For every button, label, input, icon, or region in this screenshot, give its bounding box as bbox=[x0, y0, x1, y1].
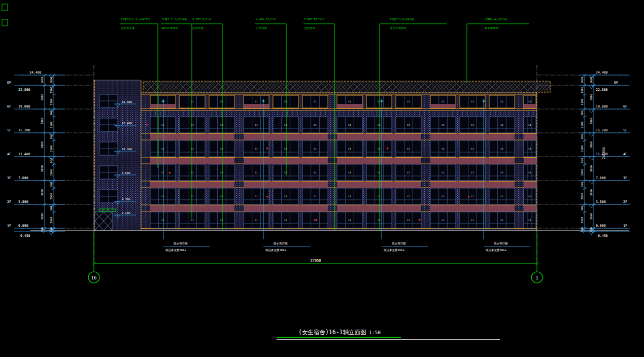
window-tag: C1 bbox=[191, 195, 194, 198]
window-tag: C1 bbox=[471, 148, 474, 150]
dimension-value: 900 bbox=[50, 111, 53, 116]
callout-line2: 做法参见苏J01a bbox=[383, 248, 404, 252]
parapet-band bbox=[143, 81, 551, 92]
window-tag: C1 bbox=[220, 195, 223, 198]
level-label: 5F bbox=[623, 128, 627, 132]
dimension-value: 1600 bbox=[590, 77, 593, 83]
window-tag: C1 bbox=[284, 100, 287, 103]
axis-bubble-16-label: 16 bbox=[91, 275, 97, 280]
window-tag: C1 bbox=[284, 148, 287, 150]
dimension-value: 3800 bbox=[590, 141, 593, 148]
dimension-value: 3800 bbox=[41, 141, 44, 148]
dimension-value: 2300 bbox=[50, 98, 53, 105]
window-tag: C1 bbox=[348, 124, 351, 126]
dimension-value: 450 bbox=[581, 227, 584, 232]
level-label: 3F bbox=[623, 176, 627, 180]
level-value: 3.800 bbox=[18, 200, 28, 204]
level-value: 7.600 bbox=[18, 176, 28, 180]
spandrel-panel bbox=[244, 104, 269, 108]
spandrel-panel bbox=[337, 182, 421, 188]
window-tag: C1 bbox=[471, 195, 474, 198]
spandrel-panel bbox=[337, 134, 421, 140]
level-value: 15.200 bbox=[18, 128, 30, 132]
window-tag: C1 bbox=[500, 195, 503, 198]
window-tag: C1 bbox=[255, 171, 258, 174]
dimension-value: 450 bbox=[41, 227, 44, 232]
level-value: 22.800 bbox=[596, 88, 608, 92]
spandrel-panel bbox=[430, 158, 515, 164]
level-label: 3F bbox=[7, 176, 11, 180]
window-tag: C1 bbox=[378, 100, 381, 103]
level-value: -0.450 bbox=[18, 234, 30, 238]
overall-width-dimension: 37950 bbox=[92, 231, 539, 272]
material-annotation-line1: 3厚B6-4/(85/4) bbox=[485, 18, 507, 21]
window-tag: C1 bbox=[442, 124, 445, 126]
window-tag: C1 bbox=[348, 171, 351, 174]
spandrel-panel bbox=[524, 104, 536, 108]
overall-width-value: 37950 bbox=[310, 259, 321, 263]
dimension-value: 1600 bbox=[41, 77, 44, 83]
material-annotation-line2: 深色外墙面砖 bbox=[390, 26, 407, 30]
spandrel-panel bbox=[150, 182, 234, 188]
tower-level-value: 8.500 bbox=[122, 171, 130, 174]
material-annotation-line1: 10厚1:2.5(02J44) bbox=[161, 18, 188, 21]
window-tag: C1 bbox=[378, 148, 381, 150]
spandrel-panel bbox=[244, 205, 328, 211]
viewport-corner-marks bbox=[2, 4, 8, 26]
window-tag: C1 bbox=[314, 171, 317, 174]
drawing-scale: 1:50 bbox=[369, 330, 381, 335]
material-annotation-line1: 25厚85/1:2-(04J12) bbox=[121, 18, 150, 21]
window-tag: C1 bbox=[407, 124, 410, 126]
level-label: 4F bbox=[7, 152, 11, 156]
window-tag: C1 bbox=[442, 148, 445, 150]
window-tag: C1 bbox=[528, 148, 531, 150]
tower-level-value: 19.800 bbox=[122, 100, 132, 103]
callout-line1: 雨水管详图 bbox=[392, 242, 406, 245]
dimension-value: 1600 bbox=[581, 77, 584, 83]
window-tag: C1 bbox=[528, 124, 531, 126]
window-tag: C1 bbox=[284, 124, 287, 126]
window-tag: C1 bbox=[255, 100, 258, 103]
window-tag: C1 bbox=[191, 148, 194, 150]
dimension-value: 2900 bbox=[50, 193, 53, 199]
window-tag: C1 bbox=[348, 148, 351, 150]
window-tag: C1 bbox=[220, 171, 223, 174]
dimension-value: 2900 bbox=[581, 145, 584, 152]
dimension-value: 900 bbox=[581, 111, 584, 116]
spandrel-panel bbox=[150, 205, 234, 211]
dimension-value: 2300 bbox=[581, 98, 584, 105]
window-tag: C1 bbox=[314, 195, 317, 198]
window-tag: C1 bbox=[500, 124, 503, 126]
dimension-value: 2900 bbox=[581, 217, 584, 223]
spandrel-panel bbox=[524, 205, 537, 211]
dimension-value: 3800 bbox=[590, 94, 593, 100]
window-tag: C1 bbox=[255, 148, 258, 150]
window-tag: C1 bbox=[284, 219, 287, 222]
spandrel-panel bbox=[430, 104, 456, 108]
title-underline-white bbox=[277, 339, 500, 340]
cad-viewport: C1C1C1C1C1C1C1C1C1C1C1C1C1C1C1C1C1C1C1C1… bbox=[0, 0, 644, 357]
window-tag: C1 bbox=[314, 124, 317, 126]
spandrel-panel bbox=[244, 158, 328, 164]
window-tag: C1 bbox=[161, 124, 164, 126]
dimension-value: 1500 bbox=[581, 87, 584, 93]
dimension-value: 450 bbox=[590, 227, 593, 232]
dimension-value: 2900 bbox=[50, 145, 53, 152]
window-tag: C1 bbox=[161, 195, 164, 198]
overall-height-value: 24.850 bbox=[602, 147, 606, 159]
window-tag: C1 bbox=[471, 219, 474, 222]
dimension-value: 2900 bbox=[50, 169, 53, 175]
spandrel-panel bbox=[150, 134, 234, 140]
title-underline-green bbox=[277, 337, 401, 338]
dimension-value: 3800 bbox=[41, 213, 44, 220]
dimension-value: 3800 bbox=[590, 118, 593, 124]
dimension-value: 900 bbox=[581, 206, 584, 211]
dimension-value: 900 bbox=[581, 182, 584, 187]
dimension-value: 3800 bbox=[590, 213, 593, 220]
dimension-value: 1600 bbox=[50, 77, 53, 83]
axis-bubble-1-label: 1 bbox=[535, 275, 538, 280]
dimension-value: 2900 bbox=[581, 193, 584, 199]
dimension-value: 3800 bbox=[590, 165, 593, 172]
dimension-value: 3800 bbox=[41, 118, 44, 124]
elevation-drawing-canvas: C1C1C1C1C1C1C1C1C1C1C1C1C1C1C1C1C1C1C1C1… bbox=[0, 0, 644, 357]
